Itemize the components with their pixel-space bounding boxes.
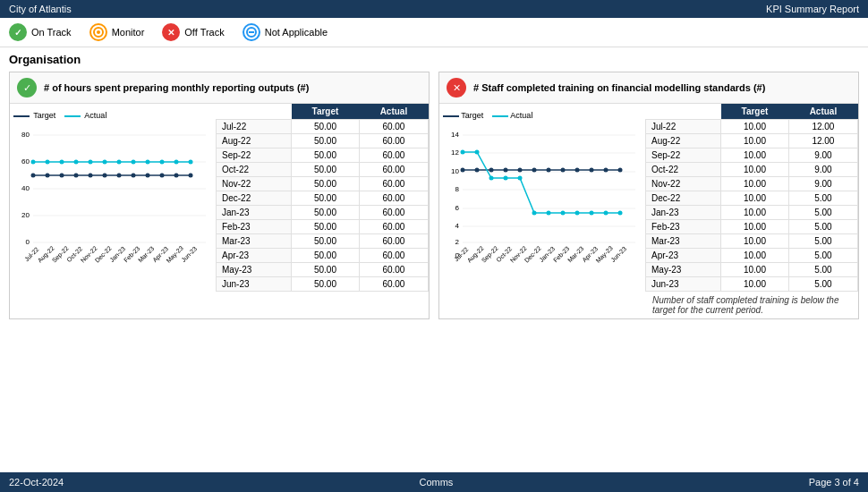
svg-text:8: 8 (455, 185, 460, 193)
kpi2-chart: Target Actual 14 12 10 8 6 4 2 0 (439, 104, 645, 318)
table-row: Apr-2350.0060.00 (217, 249, 429, 263)
table-row: Feb-2350.0060.00 (217, 220, 429, 234)
kpi1-body: Target Actual 80 60 40 20 0 (10, 104, 429, 292)
table-row: Dec-2210.005.00 (646, 191, 858, 206)
svg-point-32 (117, 160, 122, 165)
kpi1-table: Target Actual Jul-2250.0060.00Aug-2250.0… (216, 104, 429, 292)
svg-point-79 (489, 176, 494, 181)
legend-bar: ✓ On Track Monitor ✕ Off Track Not Appli… (0, 18, 868, 47)
kpi2-title: # Staff completed training on financial … (473, 82, 765, 93)
table-row: Mar-2310.005.00 (646, 234, 858, 249)
svg-point-30 (89, 160, 93, 165)
svg-text:2: 2 (455, 238, 460, 246)
svg-point-28 (60, 160, 64, 165)
table-row: Feb-2310.005.00 (646, 220, 858, 234)
footer-page: Page 3 of 4 (809, 477, 859, 488)
kpi1-col-period (217, 104, 292, 120)
svg-text:14: 14 (451, 131, 459, 139)
kpi2-header: ✕ # Staff completed training on financia… (439, 72, 858, 104)
svg-point-37 (189, 160, 193, 165)
kpi2-chart-legend: Target Actual (443, 111, 642, 120)
svg-point-1 (97, 30, 100, 34)
svg-point-18 (89, 174, 93, 178)
table-row: Jan-2310.005.00 (646, 206, 858, 220)
svg-text:0: 0 (26, 238, 30, 246)
table-row: Jul-2250.0060.00 (217, 120, 429, 134)
org-name: City of Atlantis (9, 4, 72, 14)
table-row: May-2310.005.00 (646, 263, 858, 277)
svg-text:10: 10 (451, 167, 459, 175)
kpi2-note: Number of staff completed training is be… (645, 292, 858, 318)
kpi1-title: # of hours spent preparing monthly repor… (44, 82, 309, 93)
kpi1-chart-legend: Target Actual (13, 111, 212, 120)
svg-point-23 (160, 174, 165, 178)
kpi1-status-icon: ✓ (17, 78, 37, 98)
content-area: ✓ # of hours spent preparing monthly rep… (0, 72, 868, 319)
table-row: May-2350.0060.00 (217, 263, 429, 277)
on-track-icon: ✓ (9, 23, 27, 41)
svg-point-85 (575, 211, 580, 216)
svg-point-84 (561, 211, 566, 216)
kpi-panel-1: ✓ # of hours spent preparing monthly rep… (9, 72, 430, 319)
svg-point-65 (461, 168, 465, 173)
svg-text:60: 60 (21, 157, 30, 165)
svg-point-21 (132, 174, 136, 178)
svg-point-20 (117, 174, 122, 178)
table-row: Jun-2310.005.00 (646, 277, 858, 292)
kpi2-col-actual: Actual (788, 104, 857, 120)
table-row: Oct-2210.009.00 (646, 163, 858, 177)
kpi1-svg-chart: 80 60 40 20 0 (13, 123, 210, 267)
svg-point-83 (547, 211, 551, 216)
page-header: City of Atlantis KPI Summary Report (0, 0, 868, 18)
svg-point-29 (74, 160, 79, 165)
table-row: Mar-2350.0060.00 (217, 234, 429, 249)
svg-point-71 (547, 168, 551, 173)
svg-point-35 (160, 160, 165, 165)
table-row: Nov-2250.0060.00 (217, 177, 429, 191)
svg-text:20: 20 (21, 211, 30, 219)
svg-point-88 (618, 211, 623, 216)
table-row: Sep-2210.009.00 (646, 148, 858, 163)
svg-text:4: 4 (455, 222, 460, 230)
table-row: Aug-2210.0012.00 (646, 134, 858, 148)
svg-point-69 (518, 168, 523, 173)
table-row: Oct-2250.0060.00 (217, 163, 429, 177)
svg-point-72 (561, 168, 566, 173)
kpi-panel-2: ✕ # Staff completed training on financia… (438, 72, 859, 319)
svg-point-22 (146, 174, 150, 178)
svg-point-16 (60, 174, 64, 178)
kpi1-col-target: Target (292, 104, 360, 120)
off-track-icon: ✕ (162, 23, 180, 41)
page-footer: 22-Oct-2024 Comms Page 3 of 4 (0, 472, 868, 492)
kpi2-svg-chart: 14 12 10 8 6 4 2 0 (443, 123, 640, 267)
svg-point-33 (132, 160, 136, 165)
svg-point-26 (31, 160, 36, 165)
table-row: Sep-2250.0060.00 (217, 148, 429, 163)
table-row: Jul-2210.0012.00 (646, 120, 858, 134)
kpi1-header: ✓ # of hours spent preparing monthly rep… (10, 72, 429, 104)
svg-point-36 (174, 160, 179, 165)
monitor-icon (89, 23, 107, 41)
svg-point-80 (504, 176, 508, 181)
svg-point-25 (189, 174, 193, 178)
svg-point-15 (46, 174, 50, 178)
kpi1-col-actual: Actual (359, 104, 428, 120)
svg-text:40: 40 (21, 184, 30, 192)
kpi2-table: Target Actual Jul-2210.0012.00Aug-2210.0… (645, 104, 858, 318)
svg-text:6: 6 (455, 204, 460, 212)
svg-point-17 (74, 174, 79, 178)
svg-point-68 (504, 168, 508, 173)
svg-point-78 (475, 150, 480, 155)
kpi2-col-target: Target (721, 104, 789, 120)
svg-point-34 (146, 160, 150, 165)
table-row: Jun-2350.0060.00 (217, 277, 429, 292)
svg-point-77 (461, 150, 465, 155)
na-icon (243, 23, 260, 41)
footer-center: Comms (419, 477, 453, 488)
legend-na: Not Applicable (243, 23, 328, 41)
table-row: Jan-2350.0060.00 (217, 206, 429, 220)
svg-point-87 (604, 211, 608, 216)
svg-point-86 (590, 211, 594, 216)
svg-point-74 (590, 168, 594, 173)
svg-text:80: 80 (21, 131, 30, 139)
